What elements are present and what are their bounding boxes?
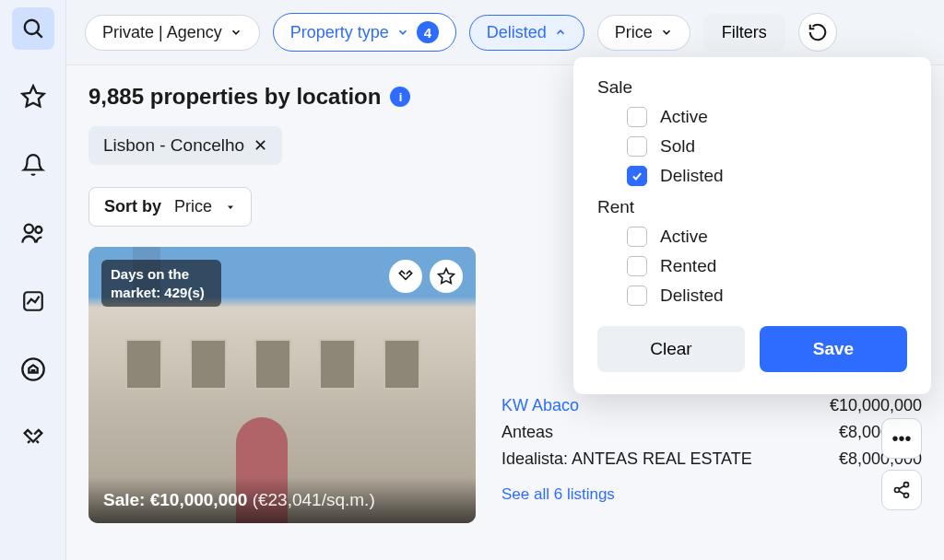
option-rent-rented[interactable]: Rented <box>627 256 907 276</box>
filter-label: Property type <box>290 23 389 42</box>
location-chip[interactable]: Lisbon - Concelho ✕ <box>88 126 282 165</box>
sort-value: Price <box>174 197 212 216</box>
svg-point-3 <box>24 225 32 233</box>
chart-icon <box>21 289 45 313</box>
svg-line-1 <box>37 32 42 38</box>
svg-point-11 <box>904 493 909 497</box>
option-label: Rented <box>660 256 716 276</box>
delisted-dropdown: Sale Active Sold Delisted Rent Active <box>573 57 931 394</box>
filter-delisted[interactable]: Delisted <box>469 15 584 51</box>
price-main: Sale: €10,000,000 <box>103 490 247 509</box>
checkbox-icon <box>627 136 647 157</box>
checkbox-icon <box>627 286 647 306</box>
sort-selector[interactable]: Sort by Price <box>88 187 252 227</box>
dropdown-section-rent: Rent <box>597 197 907 217</box>
dropdown-section-sale: Sale <box>597 77 907 98</box>
handshake-badge-icon[interactable] <box>389 260 422 293</box>
search-icon <box>21 17 45 41</box>
users-icon <box>20 220 46 246</box>
refresh-button[interactable] <box>798 13 837 52</box>
checkbox-icon <box>627 107 647 127</box>
sidebar-search[interactable] <box>12 7 54 50</box>
svg-point-0 <box>24 20 38 34</box>
filters-button[interactable]: Filters <box>703 14 785 52</box>
dropdown-clear-button[interactable]: Clear <box>597 326 745 372</box>
option-label: Sold <box>660 136 695 157</box>
chevron-up-icon <box>554 26 567 39</box>
filter-price[interactable]: Price <box>597 15 690 51</box>
filter-toolbar: Private | Agency Property type 4 Deliste… <box>66 0 944 65</box>
filter-private-agency[interactable]: Private | Agency <box>85 15 260 51</box>
svg-point-10 <box>895 488 900 493</box>
sidebar-home[interactable] <box>12 348 54 391</box>
option-sale-sold[interactable]: Sold <box>627 136 907 157</box>
svg-line-13 <box>899 491 904 494</box>
provider-name: Idealista: ANTEAS REAL ESTATE <box>502 449 752 469</box>
sidebar-deals[interactable] <box>12 416 54 459</box>
checkbox-icon <box>627 256 647 276</box>
provider-row: Idealista: ANTEAS REAL ESTATE €8,000,000 <box>502 446 922 472</box>
listing-price-footer: Sale: €10,000,000 (€23,041/sq.m.) <box>88 477 476 523</box>
listing-card[interactable]: Days on the market: 429(s) Sale: €10,000… <box>88 247 476 523</box>
option-label: Active <box>660 227 708 247</box>
share-button[interactable] <box>881 470 922 510</box>
filter-label: Delisted <box>487 23 547 42</box>
chevron-down-icon <box>396 26 409 39</box>
sidebar-analytics[interactable] <box>12 280 54 322</box>
sidebar-favorites[interactable] <box>12 76 54 118</box>
refresh-icon <box>808 22 828 42</box>
caret-down-icon <box>225 202 236 213</box>
provider-name-link[interactable]: KW Abaco <box>502 396 579 415</box>
handshake-icon <box>20 425 46 450</box>
svg-point-4 <box>35 227 41 233</box>
option-label: Delisted <box>660 166 724 186</box>
chevron-down-icon <box>230 26 242 39</box>
house-icon <box>20 356 46 382</box>
share-icon <box>892 481 911 499</box>
option-label: Active <box>660 107 708 127</box>
chevron-down-icon <box>660 26 673 39</box>
provider-row: Anteas €8,000,000 <box>502 419 922 446</box>
svg-marker-7 <box>228 205 233 209</box>
chip-remove-icon[interactable]: ✕ <box>254 135 267 156</box>
more-icon: ••• <box>891 428 911 449</box>
provider-price: €10,000,000 <box>830 396 922 415</box>
checkbox-icon <box>627 227 647 247</box>
option-sale-active[interactable]: Active <box>627 107 907 127</box>
price-per-sqm: (€23,041/sq.m.) <box>253 490 375 509</box>
option-label: Delisted <box>660 286 724 306</box>
provider-name: Anteas <box>502 423 553 442</box>
chip-label: Lisbon - Concelho <box>103 135 244 156</box>
option-sale-delisted[interactable]: Delisted <box>627 166 907 186</box>
results-heading: 9,885 properties by location <box>88 84 381 110</box>
option-rent-delisted[interactable]: Delisted <box>627 286 907 306</box>
svg-marker-8 <box>439 269 454 284</box>
filter-property-type[interactable]: Property type 4 <box>273 13 456 52</box>
sidebar-contacts[interactable] <box>12 212 54 254</box>
provider-row: KW Abaco €10,000,000 <box>502 392 922 419</box>
info-icon[interactable]: i <box>390 87 410 107</box>
favorite-button[interactable] <box>430 260 463 293</box>
svg-line-12 <box>899 485 904 488</box>
days-on-market-badge: Days on the market: 429(s) <box>101 260 221 307</box>
checkbox-checked-icon <box>627 166 647 186</box>
star-icon <box>20 84 46 110</box>
svg-point-9 <box>904 483 909 487</box>
filter-label: Price <box>615 23 653 42</box>
sort-label: Sort by <box>104 197 161 216</box>
bell-icon <box>21 153 45 177</box>
handshake-icon <box>396 267 415 286</box>
filter-label: Private | Agency <box>102 23 222 42</box>
star-icon <box>437 267 455 286</box>
svg-marker-2 <box>22 86 43 106</box>
filter-count-badge: 4 <box>417 21 439 43</box>
option-rent-active[interactable]: Active <box>627 227 907 247</box>
more-options-button[interactable]: ••• <box>881 418 922 459</box>
dropdown-save-button[interactable]: Save <box>760 326 907 372</box>
sidebar-alerts[interactable] <box>12 144 54 186</box>
see-all-listings-link[interactable]: See all 6 listings <box>502 485 922 504</box>
